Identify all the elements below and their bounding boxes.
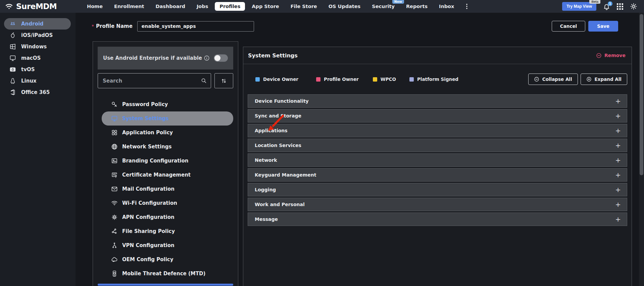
panel-header: System Settings Remove bbox=[243, 47, 632, 64]
monitor-icon bbox=[9, 55, 16, 61]
policy-wifi-configuration[interactable]: Wi-Fi Configuration bbox=[102, 196, 233, 210]
section-logging[interactable]: Logging + bbox=[248, 183, 627, 196]
policy-oem-config-policy[interactable]: OEM Config Policy bbox=[102, 252, 233, 267]
section-location-services[interactable]: Location Services + bbox=[248, 139, 627, 152]
platform-sidebar: Android iOS/iPadOS Windows macOS tvOS Li… bbox=[0, 13, 76, 286]
minus-circle-icon bbox=[534, 77, 539, 82]
nav-dashboard[interactable]: Dashboard bbox=[151, 2, 190, 11]
apps-launcher-button[interactable] bbox=[617, 3, 623, 10]
section-label: Location Services bbox=[255, 143, 301, 148]
profile-name-input[interactable] bbox=[137, 21, 254, 32]
policy-apn-configuration[interactable]: APN Configuration bbox=[102, 210, 233, 224]
cancel-button[interactable]: Cancel bbox=[552, 21, 585, 32]
nav-os-updates[interactable]: OS Updates bbox=[324, 2, 365, 11]
android-icon bbox=[9, 20, 16, 27]
nav-reports[interactable]: Reports bbox=[401, 2, 432, 11]
try-map-view-button[interactable]: Try Map View Beta bbox=[562, 2, 596, 11]
settings-accordion: Device Functionality + Sync and Storage … bbox=[248, 94, 627, 227]
policy-application-policy[interactable]: Application Policy bbox=[102, 126, 233, 140]
sidebar-item-linux[interactable]: Linux bbox=[4, 75, 71, 87]
section-sync-and-storage[interactable]: Sync and Storage + bbox=[248, 109, 627, 123]
policy-network-settings[interactable]: Network Settings bbox=[102, 140, 233, 154]
sidebar-item-tvos[interactable]: tvOS bbox=[4, 64, 71, 75]
info-icon[interactable] bbox=[204, 55, 210, 61]
save-button[interactable]: Save bbox=[588, 21, 618, 32]
expand-plus-icon[interactable]: + bbox=[615, 201, 621, 208]
sidebar-item-macos[interactable]: macOS bbox=[4, 52, 71, 64]
section-applications[interactable]: Applications + bbox=[248, 124, 627, 137]
nav-enrollment[interactable]: Enrollment bbox=[109, 2, 149, 11]
expand-plus-icon[interactable]: + bbox=[615, 172, 621, 178]
cloud-icon bbox=[111, 256, 118, 263]
policy-label: Wi-Fi Configuration bbox=[122, 200, 177, 206]
policy-vpn-configuration[interactable]: VPN Configuration bbox=[102, 238, 233, 252]
expand-plus-icon[interactable]: + bbox=[615, 216, 621, 223]
horizontal-scrollbar-thumb[interactable] bbox=[98, 284, 233, 286]
expand-plus-icon[interactable]: + bbox=[615, 157, 621, 163]
legend-swatch-platform-signed bbox=[409, 77, 414, 82]
profile-name-label: Profile Name bbox=[96, 23, 133, 29]
share-icon bbox=[111, 228, 118, 235]
section-label: Sync and Storage bbox=[255, 113, 301, 118]
profile-name-group: * Profile Name bbox=[76, 21, 254, 32]
expand-plus-icon[interactable]: + bbox=[615, 98, 621, 104]
section-keyguard-management[interactable]: Keyguard Management + bbox=[248, 168, 627, 182]
vertical-scrollbar-thumb[interactable] bbox=[640, 14, 643, 175]
sidebar-item-windows[interactable]: Windows bbox=[4, 41, 71, 52]
settings-button[interactable] bbox=[630, 3, 637, 10]
try-map-view-label: Try Map View bbox=[566, 4, 592, 9]
more-menu-icon[interactable] bbox=[461, 2, 473, 11]
android-enterprise-box: Use Android Enterprise if available bbox=[98, 47, 233, 69]
policy-search-row bbox=[98, 73, 233, 88]
nav-home[interactable]: Home bbox=[82, 2, 107, 11]
section-device-functionality[interactable]: Device Functionality + bbox=[248, 94, 627, 108]
section-message[interactable]: Message + bbox=[248, 212, 627, 226]
sidebar-item-office365[interactable]: Office 365 bbox=[4, 87, 71, 98]
policy-certificate-management[interactable]: Certificate Management bbox=[102, 168, 233, 182]
nav-file-store[interactable]: File Store bbox=[286, 2, 322, 11]
notifications-button[interactable]: 1 bbox=[603, 3, 610, 10]
expand-all-button[interactable]: Expand All bbox=[581, 74, 627, 85]
image-icon bbox=[111, 157, 118, 164]
policy-label: Network Settings bbox=[122, 144, 171, 150]
policy-password-policy[interactable]: Password Policy bbox=[102, 97, 233, 111]
policy-system-settings[interactable]: System Settings bbox=[102, 111, 233, 126]
nav-profiles[interactable]: Profiles bbox=[215, 2, 245, 11]
accordion-controls: Collapse All Expand All bbox=[528, 74, 632, 85]
policy-label: File Sharing Policy bbox=[122, 228, 175, 234]
section-network[interactable]: Network + bbox=[248, 153, 627, 167]
nav-security[interactable]: Security New bbox=[367, 2, 399, 11]
expand-plus-icon[interactable]: + bbox=[615, 142, 621, 149]
sort-button[interactable] bbox=[214, 73, 233, 88]
certificate-icon bbox=[111, 172, 118, 178]
legend-swatch-wpco bbox=[373, 77, 377, 82]
policy-mobile-threat-defence[interactable]: Mobile Threat Defence (MTD) bbox=[102, 267, 233, 281]
policy-mail-configuration[interactable]: Mail Configuration bbox=[102, 182, 233, 196]
apple-icon bbox=[9, 32, 16, 39]
expand-plus-icon[interactable]: + bbox=[615, 127, 621, 134]
nav-inbox[interactable]: Inbox bbox=[434, 2, 459, 11]
profile-header-bar: * Profile Name Cancel Save bbox=[76, 13, 644, 40]
required-asterisk: * bbox=[92, 23, 94, 29]
vertical-scrollbar[interactable] bbox=[639, 13, 644, 286]
sidebar-item-label: macOS bbox=[21, 55, 41, 61]
nav-app-store[interactable]: App Store bbox=[247, 2, 284, 11]
monitor-icon bbox=[111, 115, 118, 122]
nav-jobs[interactable]: Jobs bbox=[192, 2, 213, 11]
search-input[interactable] bbox=[98, 74, 211, 88]
collapse-all-button[interactable]: Collapse All bbox=[528, 74, 578, 85]
sidebar-item-android[interactable]: Android bbox=[4, 18, 71, 30]
expand-plus-icon[interactable]: + bbox=[615, 112, 621, 119]
section-work-and-personal[interactable]: Work and Personal + bbox=[248, 198, 627, 211]
toggle-knob bbox=[214, 55, 220, 61]
policy-file-sharing-policy[interactable]: File Sharing Policy bbox=[102, 224, 233, 238]
legend-platform-signed: Platform Signed bbox=[409, 77, 458, 82]
remove-button[interactable]: Remove bbox=[596, 53, 626, 58]
sidebar-item-label: Office 365 bbox=[21, 89, 50, 95]
sidebar-item-ios[interactable]: iOS/iPadOS bbox=[4, 30, 71, 41]
brand[interactable]: SureMDM bbox=[0, 2, 82, 11]
policy-label: Mail Configuration bbox=[122, 186, 175, 192]
android-enterprise-toggle[interactable] bbox=[214, 54, 228, 62]
policy-branding-configuration[interactable]: Branding Configuration bbox=[102, 154, 233, 168]
expand-plus-icon[interactable]: + bbox=[615, 186, 621, 193]
